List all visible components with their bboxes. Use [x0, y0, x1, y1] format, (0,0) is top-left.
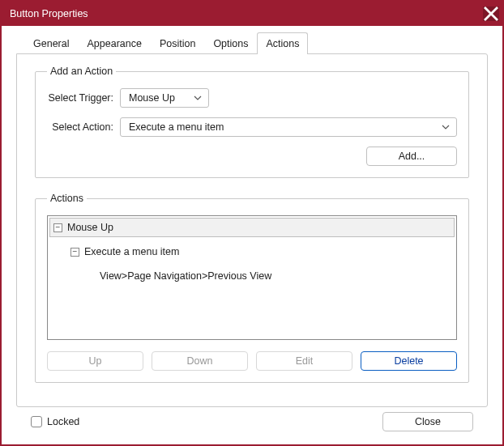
dialog-window: Button Properties General Appearance Pos… [0, 0, 504, 446]
select-action-value: Execute a menu item [129, 121, 224, 133]
add-button[interactable]: Add... [366, 147, 457, 166]
collapse-icon[interactable]: − [70, 248, 79, 257]
chevron-down-icon [442, 123, 450, 131]
locked-label: Locked [47, 416, 79, 427]
up-button[interactable]: Up [47, 351, 143, 371]
action-button-row: Up Down Edit Delete [47, 351, 457, 371]
tree-item-label: Mouse Up [67, 222, 113, 233]
tabpanel-actions: Add an Action Select Trigger: Mouse Up S… [16, 53, 488, 407]
tree-item-detail[interactable]: View>Page Navigation>Previous View [48, 266, 456, 286]
tree-item-label: Execute a menu item [84, 246, 179, 257]
group-actions: Actions − Mouse Up − Execute a menu item… [35, 193, 469, 383]
tab-appearance[interactable]: Appearance [78, 32, 150, 54]
tree-item-action[interactable]: − Execute a menu item [48, 242, 456, 261]
tree-item-trigger[interactable]: − Mouse Up [49, 218, 455, 237]
client-area: General Appearance Position Options Acti… [2, 26, 502, 444]
chevron-down-icon [194, 94, 202, 102]
delete-button[interactable]: Delete [361, 351, 457, 371]
window-title: Button Properties [10, 8, 88, 19]
select-trigger[interactable]: Mouse Up [120, 88, 209, 108]
label-select-action: Select Action: [47, 121, 120, 133]
tab-general[interactable]: General [24, 32, 78, 54]
select-trigger-value: Mouse Up [129, 92, 175, 104]
tab-actions[interactable]: Actions [257, 32, 308, 54]
tree-item-label: View>Page Navigation>Previous View [100, 270, 271, 282]
tabstrip: General Appearance Position Options Acti… [16, 32, 488, 54]
collapse-icon[interactable]: − [53, 223, 62, 232]
actions-tree[interactable]: − Mouse Up − Execute a menu item View>Pa… [47, 215, 457, 340]
group-add-action: Add an Action Select Trigger: Mouse Up S… [35, 66, 469, 178]
close-icon[interactable] [483, 6, 499, 21]
dialog-footer: Locked Close [16, 407, 488, 433]
locked-checkbox[interactable]: Locked [31, 416, 79, 427]
label-select-trigger: Select Trigger: [47, 92, 120, 104]
tab-position[interactable]: Position [151, 32, 204, 54]
close-button[interactable]: Close [382, 412, 473, 431]
titlebar: Button Properties [2, 2, 502, 26]
select-action[interactable]: Execute a menu item [120, 117, 457, 137]
checkbox-icon [31, 416, 42, 427]
down-button[interactable]: Down [152, 351, 248, 371]
tab-options[interactable]: Options [204, 32, 257, 54]
group-add-action-legend: Add an Action [47, 66, 116, 77]
edit-button[interactable]: Edit [256, 351, 352, 371]
group-actions-legend: Actions [47, 193, 87, 204]
